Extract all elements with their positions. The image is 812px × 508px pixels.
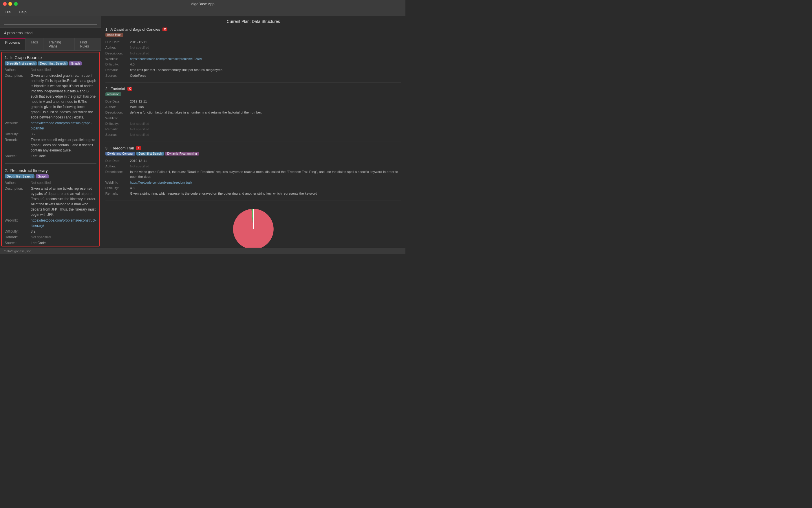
- problem-source-row: Source: LeetCode: [5, 154, 96, 159]
- menubar: File Help: [0, 8, 405, 16]
- plan-desc-row: Description: define a function factorial…: [105, 110, 401, 115]
- problem-weblink[interactable]: https://leetcode.com/problems/reconstruc…: [31, 218, 96, 228]
- plan-source: CodeForce: [130, 73, 146, 78]
- plan-description: In the video game Fallout 4, the quest "…: [130, 169, 401, 179]
- plan-difficulty-row: Difficulty: Not specified: [105, 121, 401, 126]
- problem-difficulty: 3.2: [31, 131, 36, 137]
- problem-author: Not specified: [31, 67, 51, 73]
- search-bar: findprob t/Graph diff/1.0-4.0: [0, 16, 101, 28]
- tag[interactable]: brute-force: [105, 33, 123, 37]
- tags-row: Divide-and-Conquer Depth-first-Search Dy…: [105, 152, 401, 157]
- plan-remark-row: Remark: Given a string ring, which repre…: [105, 191, 401, 196]
- status-path: ./data/algobase.json: [3, 249, 31, 253]
- problem-weblink-row: Weblink: https://leetcode.com/problems/r…: [5, 218, 96, 228]
- plan-remark-row: Remark: time limit per test1 secondmemor…: [105, 68, 401, 73]
- plan-item: 1. A Dawid and Bags of Candies X brute-f…: [105, 27, 401, 83]
- list-item: 1. Is Graph Bipartite Breadth-first-sear…: [5, 55, 96, 164]
- plan-difficulty: Not specified: [130, 121, 149, 126]
- plan-remark: Given a string ring, which represents th…: [130, 191, 317, 196]
- plan-desc-row: Description: In the video game Fallout 4…: [105, 169, 401, 179]
- problems-list: 1. Is Graph Bipartite Breadth-first-sear…: [1, 52, 100, 247]
- tags-row: Breadth-first-search Depth-first-Search …: [5, 61, 96, 66]
- problem-description: Given a list of airline tickets represen…: [31, 186, 96, 217]
- plan-author-row: Author: Not specified: [105, 45, 401, 50]
- right-panel: Current Plan: Data Structures 1. A Dawid…: [101, 16, 405, 248]
- plan-due-date: 2019-12-11: [130, 159, 147, 163]
- plan-item-header: 2. Factorial X: [105, 87, 401, 91]
- plan-remark-row: Remark: Not specified: [105, 127, 401, 132]
- tag[interactable]: Depth-first-Search: [136, 152, 164, 156]
- plan-author-row: Author: Wee Han: [105, 104, 401, 110]
- plan-item-title: 2. Factorial: [105, 87, 125, 91]
- plan-due-date-row: Due Date: 2019-12-11: [105, 99, 401, 104]
- plan-remark: time limit per test1 secondmemory limit …: [130, 68, 222, 73]
- tag[interactable]: Dynamic-Programming: [165, 152, 199, 156]
- tag[interactable]: Divide-and-Conquer: [105, 152, 135, 156]
- problem-difficulty-row: Difficulty: 3.2: [5, 131, 96, 137]
- plan-source: Not specified: [130, 132, 149, 137]
- pie-chart: [232, 207, 275, 248]
- problem-source-row: Source: LeetCode: [5, 240, 96, 246]
- plan-desc-row: Description: Not specified: [105, 51, 401, 56]
- tag[interactable]: Depth-first-Search: [38, 61, 68, 66]
- plan-author: Not specified: [130, 164, 149, 169]
- tags-row: recursion: [105, 92, 401, 97]
- plan-source-row: Source: CodeForce: [105, 73, 401, 78]
- plan-due-date-row: Due Date: 2019-12-11: [105, 40, 401, 45]
- plan-due-date-row: Due Date: 2019-12-11: [105, 159, 401, 163]
- plan-weblink-row: Weblink: https://codeforces.com/problems…: [105, 56, 401, 61]
- tag[interactable]: recursion: [105, 92, 121, 96]
- plan-author: Not specified: [130, 45, 149, 50]
- maximize-button[interactable]: [14, 2, 18, 6]
- plan-weblink[interactable]: https://codeforces.com/problemset/proble…: [130, 56, 202, 61]
- plan-item-header: 1. A Dawid and Bags of Candies X: [105, 27, 401, 32]
- tag[interactable]: Graph: [36, 174, 49, 178]
- plan-source-row: Source: Not specified: [105, 132, 401, 137]
- problem-title: 2. Reconstruct Itinerary: [5, 168, 96, 173]
- tab-tags[interactable]: Tags: [26, 38, 43, 50]
- x-badge: X: [127, 87, 132, 91]
- tag[interactable]: Graph: [69, 61, 82, 66]
- problem-weblink[interactable]: https://leetcode.com/problems/is-graph-b…: [31, 121, 96, 131]
- close-button[interactable]: [3, 2, 7, 6]
- plan-item: 3. Freedom Trail X Divide-and-Conquer De…: [105, 146, 401, 201]
- search-input[interactable]: findprob t/Graph diff/1.0-4.0: [4, 19, 97, 25]
- plan-due-date: 2019-12-11: [130, 99, 147, 104]
- menu-file[interactable]: File: [3, 9, 12, 15]
- chart-area: Done Undone: [105, 207, 401, 248]
- tags-row: brute-force: [105, 33, 401, 38]
- problem-author-row: Author: Not specified: [5, 67, 96, 73]
- problem-title: 1. Is Graph Bipartite: [5, 55, 96, 60]
- list-item: 2. Reconstruct Itinerary Depth-first-Sea…: [5, 168, 96, 247]
- tabs: Problems Tags Training Plans Find Rules: [0, 38, 101, 51]
- tab-find-rules[interactable]: Find Rules: [75, 38, 101, 50]
- plan-weblink-row: Weblink: https://leetcode.com/problems/f…: [105, 180, 401, 185]
- problem-remark: Not specified: [31, 235, 51, 240]
- tag[interactable]: Breadth-first-search: [5, 61, 37, 66]
- plan-item-title: 1. A Dawid and Bags of Candies: [105, 27, 160, 32]
- problem-weblink-row: Weblink: https://leetcode.com/problems/i…: [5, 121, 96, 131]
- plan-difficulty-row: Difficulty: 4.8: [105, 186, 401, 190]
- titlebar: AlgoBase App: [0, 0, 405, 8]
- menu-help[interactable]: Help: [17, 9, 28, 15]
- plan-weblink[interactable]: https://leetcode.com/problems/freedom-tr…: [130, 180, 192, 185]
- plan-description: Not specified: [130, 51, 149, 56]
- problem-author-row: Author: Not specified: [5, 180, 96, 185]
- tags-row: Depth-first-Search Graph: [5, 174, 96, 178]
- problem-remark-row: Remark: There are no self edges or paral…: [5, 137, 96, 153]
- problems-count: 4 problems listed!: [0, 28, 101, 38]
- problem-desc-row: Description: Given a list of airline tic…: [5, 186, 96, 217]
- problem-remark: There are no self edges or parallel edge…: [31, 137, 96, 153]
- window-controls: [3, 2, 18, 6]
- tab-training-plans[interactable]: Training Plans: [43, 38, 75, 50]
- x-badge: X: [136, 146, 141, 150]
- app-body: findprob t/Graph diff/1.0-4.0 4 problems…: [0, 16, 405, 248]
- statusbar: ./data/algobase.json: [0, 248, 405, 254]
- problem-source: LeetCode: [31, 154, 46, 159]
- plan-difficulty-row: Difficulty: 4.0: [105, 62, 401, 67]
- left-panel: findprob t/Graph diff/1.0-4.0 4 problems…: [0, 16, 101, 248]
- minimize-button[interactable]: [8, 2, 12, 6]
- tag[interactable]: Depth-first-Search: [5, 174, 35, 178]
- problem-source: LeetCode: [31, 240, 46, 246]
- tab-problems[interactable]: Problems: [0, 38, 26, 50]
